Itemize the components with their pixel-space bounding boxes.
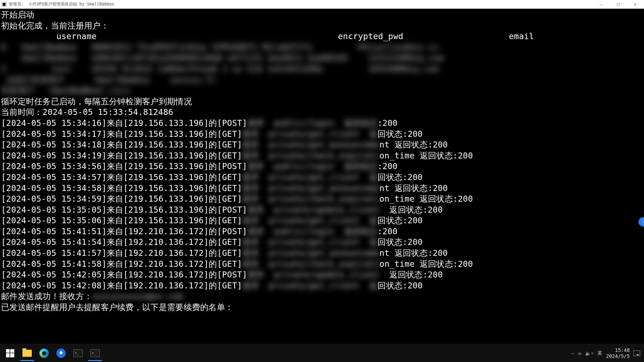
tray-overflow-icon[interactable]: ︿ — [571, 351, 575, 356]
clock-date: 2024/5/5 — [606, 353, 630, 359]
tray-clock[interactable]: 15:48 2024/5/5 — [606, 347, 630, 359]
close-button[interactable]: ✕ — [630, 2, 641, 7]
system-tray: ︿ ▭ 🔈× 英 15:48 2024/5/5 — [571, 347, 642, 359]
tray-ime[interactable]: 英 — [597, 350, 602, 356]
maximize-button[interactable]: ▢ — [613, 2, 624, 7]
edge-icon — [39, 349, 49, 358]
terminal-icon — [73, 349, 83, 357]
minimize-button[interactable]: — — [596, 2, 607, 7]
terminal-icon — [90, 349, 100, 357]
tray-volume-icon[interactable]: 🔈× — [585, 351, 594, 356]
clock-time: 15:48 — [606, 347, 630, 353]
app-icon — [2, 2, 7, 7]
taskbar: ︿ ▭ 🔈× 英 15:48 2024/5/5 — [0, 344, 644, 362]
title-prefix: 管理员: — [9, 2, 24, 7]
taskbar-terminal-2[interactable] — [87, 346, 104, 361]
window-title: 管理员: 小竹VPS客户管理系统后端 by SmallBamboo — [9, 2, 596, 7]
taskbar-edge[interactable] — [36, 346, 53, 361]
console-output: 开始启动初始化完成，当前注册用户： username encrypted_pwd… — [0, 9, 644, 344]
circle-app-icon — [56, 349, 66, 358]
tray-network-icon[interactable]: ▭ — [579, 351, 581, 356]
taskbar-terminal-1[interactable] — [70, 346, 87, 361]
folder-icon — [22, 350, 32, 357]
start-button[interactable] — [2, 346, 19, 361]
window-titlebar: 管理员: 小竹VPS客户管理系统后端 by SmallBamboo — ▢ ✕ — [0, 0, 644, 9]
taskbar-explorer[interactable] — [19, 346, 36, 361]
taskbar-app-blue[interactable] — [53, 346, 70, 361]
tray-notifications-icon[interactable] — [634, 351, 640, 356]
title-text: 小竹VPS客户管理系统后端 by SmallBamboo — [28, 2, 114, 7]
